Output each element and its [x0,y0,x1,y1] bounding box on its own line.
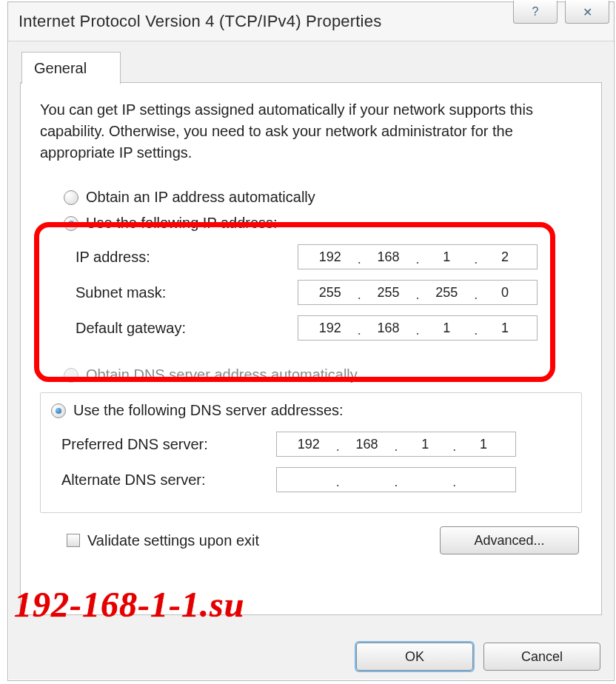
ip-octet: 255 [304,285,356,301]
default-gateway-row: Default gateway: 192. 168. 1. 1 [76,310,575,346]
tab-panel-general: You can get IP settings assigned automat… [20,82,602,615]
validate-label: Validate settings upon exit [87,532,259,549]
radio-ip-auto-label: Obtain an IP address automatically [86,189,315,206]
client-area: General You can get IP settings assigned… [8,41,614,681]
ip-octet: 168 [363,321,415,336]
alternate-dns-row: Alternate DNS server: . . . [61,462,566,497]
validate-checkbox[interactable] [67,534,80,547]
advanced-button-label: Advanced... [474,533,544,549]
dialog-footer: OK Cancel [356,643,600,671]
dot-icon: . [392,439,399,455]
default-gateway-input[interactable]: 192. 168. 1. 1 [298,315,538,341]
titlebar-controls: ? ✕ [513,1,609,24]
ip-octet: 1 [421,249,473,265]
cancel-button[interactable]: Cancel [483,643,600,671]
dot-icon: . [451,439,458,455]
tab-strip: General [20,52,602,83]
ip-octet: 255 [421,285,473,301]
dns-fields: Preferred DNS server: 192. 168. 1. 1 Alt… [48,423,574,505]
radio-ip-manual-label: Use the following IP address: [86,215,278,232]
radio-dns-manual[interactable] [51,403,66,418]
preferred-dns-row: Preferred DNS server: 192. 168. 1. 1 [61,426,566,462]
ip-octet: 255 [363,285,415,301]
ip-octet: 192 [283,437,335,452]
radio-dns-manual-label: Use the following DNS server addresses: [73,402,344,419]
subnet-mask-row: Subnet mask: 255. 255. 255. 0 [76,275,575,310]
dialog-window: Internet Protocol Version 4 (TCP/IPv4) P… [7,1,615,681]
ip-octet: 1 [421,321,473,336]
radio-ip-auto[interactable] [64,190,78,205]
window-title: Internet Protocol Version 4 (TCP/IPv4) P… [19,12,381,31]
dot-icon: . [392,475,399,490]
ok-button[interactable]: OK [356,643,473,671]
default-gateway-label: Default gateway: [76,320,298,337]
dot-icon: . [472,287,479,303]
alternate-dns-label: Alternate DNS server: [61,472,276,489]
subnet-mask-label: Subnet mask: [76,284,298,301]
ip-address-input[interactable]: 192. 168. 1. 2 [298,244,538,269]
radio-dns-manual-row[interactable]: Use the following DNS server addresses: [48,398,574,423]
dot-icon: . [472,252,479,267]
ip-octet: 1 [479,321,531,336]
ip-octet: 1 [458,437,509,452]
radio-dns-auto-row: Obtain DNS server address automatically [40,362,582,388]
ok-button-label: OK [405,649,424,665]
bottom-row: Validate settings upon exit Advanced... [40,526,582,554]
dot-icon: . [356,323,363,338]
ip-octet: 168 [363,249,415,265]
radio-dns-auto [64,368,78,383]
ip-octet: 192 [304,321,356,336]
dot-icon: . [472,323,479,338]
ip-octet: 192 [304,249,356,265]
radio-ip-manual[interactable] [64,216,78,231]
close-button[interactable]: ✕ [565,1,609,24]
dot-icon: . [414,252,421,267]
ip-fields: IP address: 192. 168. 1. 2 Subnet mask: … [40,236,582,353]
ip-octet: 2 [479,249,531,265]
tab-general[interactable]: General [21,52,121,84]
help-icon: ? [532,5,539,19]
title-bar: Internet Protocol Version 4 (TCP/IPv4) P… [8,2,614,41]
dot-icon: . [335,475,341,490]
radio-dns-auto-label: Obtain DNS server address automatically [86,366,358,383]
preferred-dns-input[interactable]: 192. 168. 1. 1 [276,432,516,457]
subnet-mask-input[interactable]: 255. 255. 255. 0 [298,280,538,305]
tab-general-label: General [34,60,87,77]
alternate-dns-input[interactable]: . . . [276,467,516,492]
cancel-button-label: Cancel [521,649,563,665]
preferred-dns-label: Preferred DNS server: [61,436,276,453]
dot-icon: . [414,287,421,303]
intro-text: You can get IP settings assigned automat… [40,99,582,164]
radio-ip-auto-row[interactable]: Obtain an IP address automatically [40,184,582,210]
advanced-button[interactable]: Advanced... [440,526,579,554]
dns-groupbox: Use the following DNS server addresses: … [40,392,582,513]
dot-icon: . [356,252,363,267]
ip-address-label: IP address: [76,249,298,266]
radio-ip-manual-row[interactable]: Use the following IP address: [40,210,582,236]
ip-octet: 168 [341,437,393,452]
validate-checkbox-row[interactable]: Validate settings upon exit [67,532,259,549]
help-button[interactable]: ? [513,1,558,24]
dot-icon: . [335,439,341,455]
dot-icon: . [414,323,421,338]
close-icon: ✕ [583,5,592,19]
dot-icon: . [356,287,363,303]
ip-octet: 1 [400,437,452,452]
ip-address-row: IP address: 192. 168. 1. 2 [76,239,575,275]
dot-icon: . [451,475,458,490]
ip-octet: 0 [479,285,531,301]
